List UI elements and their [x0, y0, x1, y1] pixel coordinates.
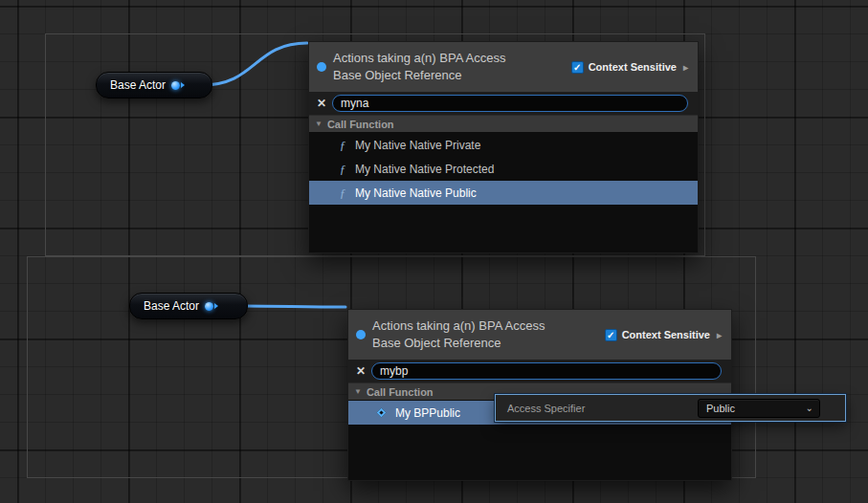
- menu-item-my-native-native-protected[interactable]: ƒ My Native Native Protected: [309, 157, 698, 181]
- menu-header: Actions taking a(n) BPA Access Base Obje…: [309, 42, 698, 92]
- menu-item-label: My Native Native Protected: [355, 163, 494, 176]
- blueprint-function-icon: [377, 408, 387, 418]
- clear-search-icon[interactable]: ✕: [356, 365, 366, 377]
- node-base-actor-1[interactable]: Base Actor: [96, 72, 212, 98]
- actor-output-pin[interactable]: [171, 81, 185, 90]
- chevron-down-icon: ⌄: [806, 404, 813, 413]
- menu-item-label: My BPPublic: [395, 406, 460, 420]
- menu-title-line1: Actions taking a(n) BPA Access: [333, 50, 565, 67]
- pin-circle-icon: [171, 81, 180, 90]
- category-label: Call Function: [367, 386, 434, 398]
- menu-item-my-native-native-private[interactable]: ƒ My Native Native Private: [309, 133, 698, 157]
- context-sensitive-label: Context Sensitive: [589, 61, 677, 73]
- context-sensitive-group: ✓ Context Sensitive ▸: [571, 61, 688, 74]
- access-specifier-dropdown[interactable]: Public ⌄: [698, 399, 820, 418]
- clear-search-icon[interactable]: ✕: [317, 98, 326, 109]
- menu-item-label: My Native Native Public: [355, 186, 477, 200]
- context-menu-1: Actions taking a(n) BPA Access Base Obje…: [308, 41, 699, 253]
- menu-title-line2: Base Object Reference: [333, 67, 565, 84]
- menu-title: Actions taking a(n) BPA Access Base Obje…: [372, 317, 598, 352]
- collapse-arrow-icon: ▼: [354, 387, 362, 396]
- pin-type-icon: [317, 62, 326, 72]
- access-specifier-tooltip: Access Specifier Public ⌄: [495, 394, 846, 422]
- access-specifier-label: Access Specifier: [507, 403, 585, 414]
- function-icon: ƒ: [338, 186, 347, 201]
- blueprint-graph-canvas[interactable]: Base Actor Base Actor Actions taking a(n…: [0, 0, 868, 503]
- menu-title-line2: Base Object Reference: [372, 335, 598, 352]
- search-input[interactable]: [371, 362, 722, 380]
- menu-header: Actions taking a(n) BPA Access Base Obje…: [348, 310, 731, 360]
- menu-item-label: My Native Native Private: [355, 139, 480, 152]
- actor-output-pin[interactable]: [205, 302, 218, 311]
- node-title: Base Actor: [144, 299, 199, 313]
- pin-arrow-icon: [181, 82, 185, 88]
- function-icon: ƒ: [338, 162, 347, 177]
- pin-arrow-icon: [214, 303, 218, 309]
- dropdown-value: Public: [706, 403, 735, 414]
- search-row: ✕: [309, 92, 698, 115]
- function-icon: ƒ: [338, 138, 347, 153]
- menu-title-line1: Actions taking a(n) BPA Access: [372, 317, 598, 335]
- context-sensitive-label: Context Sensitive: [622, 329, 710, 340]
- menu-title: Actions taking a(n) BPA Access Base Obje…: [333, 50, 565, 84]
- pin-type-icon: [356, 330, 366, 339]
- context-sensitive-checkbox[interactable]: ✓: [605, 329, 617, 341]
- context-sensitive-checkbox[interactable]: ✓: [571, 61, 584, 74]
- context-sensitive-group: ✓ Context Sensitive ▸: [605, 329, 722, 341]
- collapse-arrow-icon: ▼: [315, 120, 323, 128]
- category-label: Call Function: [327, 119, 394, 130]
- node-title: Base Actor: [110, 78, 166, 92]
- submenu-arrow-icon[interactable]: ▸: [683, 62, 688, 73]
- category-call-function[interactable]: ▼ Call Function: [309, 115, 698, 132]
- node-base-actor-2[interactable]: Base Actor: [129, 293, 248, 319]
- pin-circle-icon: [205, 302, 213, 311]
- search-input[interactable]: [332, 95, 688, 112]
- menu-item-list: ƒ My Native Native Private ƒ My Native N…: [309, 132, 698, 252]
- search-row: ✕: [348, 360, 731, 383]
- menu-item-my-native-native-public[interactable]: ƒ My Native Native Public: [309, 181, 698, 205]
- submenu-arrow-icon[interactable]: ▸: [717, 330, 722, 340]
